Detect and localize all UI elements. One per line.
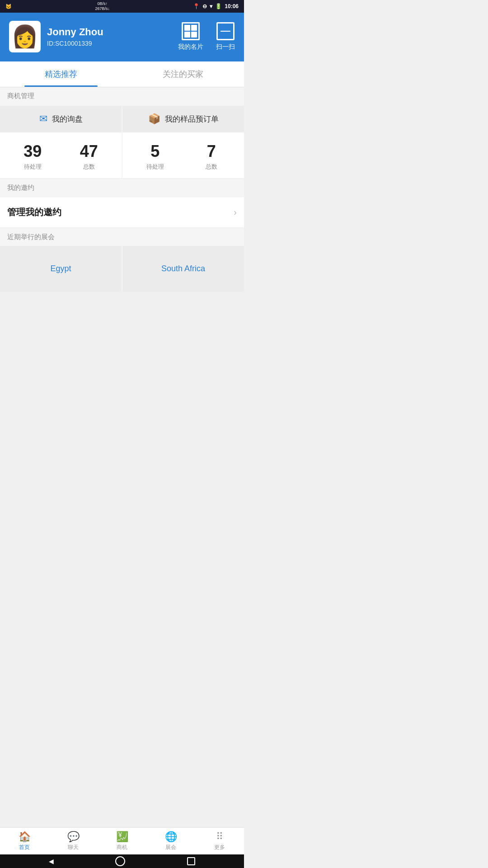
scan-button[interactable]: 扫一扫 <box>216 22 235 51</box>
wifi-icon: ▾ <box>210 3 212 9</box>
avatar[interactable]: 👩 <box>9 21 41 52</box>
invitation-section-label: 我的邀约 <box>0 179 244 197</box>
user-id: ID:SC10001339 <box>47 40 103 47</box>
sample-pending-label: 待处理 <box>127 163 183 171</box>
tab-featured[interactable]: 精选推荐 <box>0 61 122 87</box>
stats-row: 39 待处理 47 总数 5 待处理 7 总数 <box>0 133 244 178</box>
business-section-label: 商机管理 <box>0 87 244 105</box>
header-actions: 我的名片 扫一扫 <box>178 22 235 51</box>
exhibition-south-africa[interactable]: South Africa <box>122 246 244 292</box>
inquiry-icon: ✉ <box>39 113 47 125</box>
network-speed: 0B/s↑267B/s↓ <box>95 1 110 11</box>
battery-icon: 🔋 <box>215 3 222 9</box>
sample-total-number: 7 <box>183 142 240 161</box>
inquiry-total-stat: 47 总数 <box>61 142 117 171</box>
sample-stats: 5 待处理 7 总数 <box>122 133 244 178</box>
manage-invitation-label: 管理我的邀约 <box>7 206 61 218</box>
time: 10:06 <box>225 3 239 9</box>
location-icon: 📍 <box>193 3 200 9</box>
invitation-section: 我的邀约 管理我的邀约 › <box>0 179 244 227</box>
exhibitions-section-label: 近期举行的展会 <box>0 228 244 246</box>
my-card-label: 我的名片 <box>178 43 203 51</box>
status-icons: 📍 ⊖ ▾ 🔋 10:06 <box>193 3 239 9</box>
sample-icon: 📦 <box>148 113 160 125</box>
sample-total-label: 总数 <box>183 163 240 171</box>
inquiry-card[interactable]: ✉ 我的询盘 <box>0 106 122 132</box>
inquiry-pending-label: 待处理 <box>5 163 61 171</box>
status-bar: 🐱 0B/s↑267B/s↓ 📍 ⊖ ▾ 🔋 10:06 <box>0 0 244 13</box>
signal-icon: ⊖ <box>202 3 207 9</box>
user-name: Jonny Zhou <box>47 26 103 38</box>
exhibition-egypt[interactable]: Egypt <box>0 246 122 292</box>
inquiry-stats: 39 待处理 47 总数 <box>0 133 122 178</box>
inquiry-pending-stat: 39 待处理 <box>5 142 61 171</box>
manage-invitation-button[interactable]: 管理我的邀约 › <box>0 197 244 227</box>
tab-following[interactable]: 关注的买家 <box>122 61 244 87</box>
inquiry-total-label: 总数 <box>61 163 117 171</box>
sample-pending-stat: 5 待处理 <box>127 142 183 171</box>
sample-total-stat: 7 总数 <box>183 142 240 171</box>
sample-pending-number: 5 <box>127 142 183 161</box>
scan-icon <box>216 22 235 40</box>
my-card-button[interactable]: 我的名片 <box>178 22 203 51</box>
exhibitions-row: Egypt South Africa <box>0 246 244 292</box>
scan-label: 扫一扫 <box>216 43 235 51</box>
app-icon: 🐱 <box>5 4 12 9</box>
sample-label: 我的样品预订单 <box>165 114 219 124</box>
qr-code-icon <box>182 22 200 40</box>
sample-card[interactable]: 📦 我的样品预订单 <box>122 106 244 132</box>
inquiry-total-number: 47 <box>61 142 117 161</box>
inquiry-pending-number: 39 <box>5 142 61 161</box>
business-row: ✉ 我的询盘 📦 我的样品预订单 <box>0 105 244 133</box>
chevron-right-icon: › <box>234 207 237 217</box>
header: 👩 Jonny Zhou ID:SC10001339 我的名片 扫一扫 <box>0 13 244 61</box>
main-content: 商机管理 ✉ 我的询盘 📦 我的样品预订单 39 待处理 47 总数 5 <box>0 87 244 332</box>
exhibition-south-africa-name: South Africa <box>161 264 205 273</box>
inquiry-label: 我的询盘 <box>52 114 83 124</box>
tabs: 精选推荐 关注的买家 <box>0 61 244 87</box>
exhibition-egypt-name: Egypt <box>50 264 71 273</box>
user-info: Jonny Zhou ID:SC10001339 <box>47 26 103 47</box>
